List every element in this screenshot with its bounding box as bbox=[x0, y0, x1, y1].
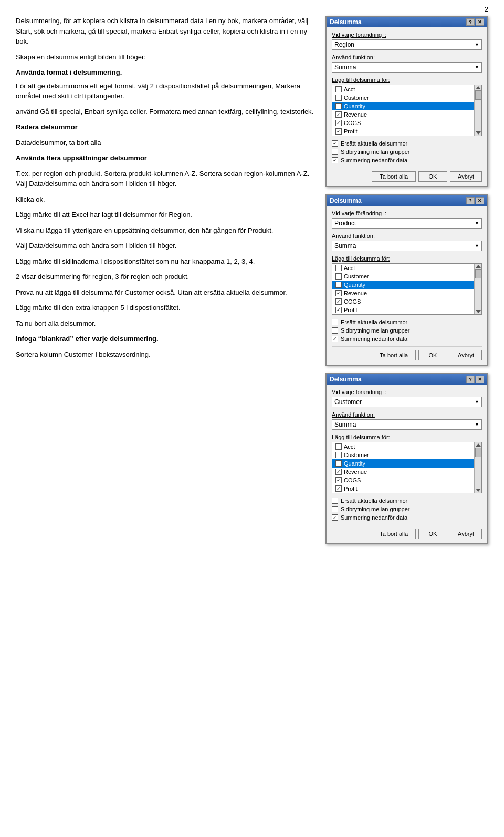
dialog3-buttons: Ta bort alla OK Avbryt bbox=[332, 525, 482, 539]
list-item[interactable]: Profit bbox=[332, 127, 474, 136]
dialog2-title: Delsumma bbox=[330, 197, 362, 204]
dialog2-body: Vid varje förändring i: Product ▼ Använd… bbox=[327, 206, 487, 365]
para9: Välj Data/delsumma och ändra som i bilde… bbox=[16, 241, 315, 251]
dialog2-listbox: Acct Customer Quantity bbox=[332, 263, 482, 315]
heading5: Infoga “blankrad” efter varje delsummeri… bbox=[16, 334, 315, 344]
dialog1-option3-checkbox[interactable] bbox=[332, 157, 338, 163]
heading3: Radera delsummor bbox=[16, 122, 315, 132]
checkbox-quantity2[interactable] bbox=[335, 282, 342, 288]
list-item-quantity-selected3[interactable]: Quantity bbox=[332, 459, 474, 468]
dialog2-option2-checkbox[interactable] bbox=[332, 327, 338, 334]
checkbox-customer3[interactable] bbox=[335, 452, 342, 458]
dialog1-cancel-btn[interactable]: Avbryt bbox=[450, 171, 482, 182]
list-item[interactable]: Revenue bbox=[332, 468, 474, 476]
dialog3-label1: Vid varje förändring i: bbox=[332, 389, 482, 395]
dialog1-titlebar-buttons: ? ✕ bbox=[466, 18, 484, 26]
dialog1-option3-label: Summering nedanför data bbox=[341, 157, 407, 163]
para13: Lägg märke till den extra knappen 5 i di… bbox=[16, 303, 315, 313]
dialog1-label3: Lägg till delsumma för: bbox=[332, 77, 482, 83]
dialog2-help-btn[interactable]: ? bbox=[466, 197, 475, 204]
dialog2-option3-label: Summering nedanför data bbox=[341, 336, 407, 342]
checkbox-revenue2[interactable] bbox=[335, 290, 342, 296]
dialog3-dropdown1[interactable]: Customer ▼ bbox=[332, 397, 482, 407]
dialog3-close-btn[interactable]: ✕ bbox=[476, 376, 484, 383]
checkbox-acct3[interactable] bbox=[335, 443, 342, 450]
dialog3-option2-checkbox[interactable] bbox=[332, 506, 338, 512]
dialog3-option1-checkbox[interactable] bbox=[332, 498, 338, 504]
list-item[interactable]: Customer bbox=[332, 94, 474, 102]
dialog3-remove-btn[interactable]: Ta bort alla bbox=[372, 529, 416, 539]
checkbox-profit3[interactable] bbox=[335, 485, 342, 492]
list-item[interactable]: COGS bbox=[332, 119, 474, 127]
dialog3-cancel-btn[interactable]: Avbryt bbox=[450, 529, 482, 539]
dialog3-help-btn[interactable]: ? bbox=[466, 376, 475, 383]
list-item[interactable]: Customer bbox=[332, 451, 474, 459]
checkbox-revenue[interactable] bbox=[335, 111, 342, 118]
dialog3-label2: Använd funktion: bbox=[332, 411, 482, 418]
dialog1-buttons: Ta bort alla OK Avbryt bbox=[332, 168, 482, 182]
para15: Sortera kolumn Customer i bokstavsordnin… bbox=[16, 349, 315, 360]
dialog2: Delsumma ? ✕ Vid varje förändring i: Pro… bbox=[326, 194, 488, 366]
list-item[interactable]: Profit bbox=[332, 306, 474, 314]
dialog2-close-btn[interactable]: ✕ bbox=[476, 197, 484, 204]
checkbox-quantity3[interactable] bbox=[335, 460, 342, 467]
dialog1-dropdown2[interactable]: Summa ▼ bbox=[332, 62, 482, 73]
dialog2-cancel-btn[interactable]: Avbryt bbox=[450, 350, 482, 360]
dialog1-option1-checkbox[interactable] bbox=[332, 140, 338, 147]
list-item[interactable]: Profit bbox=[332, 484, 474, 493]
list-item[interactable]: COGS bbox=[332, 476, 474, 484]
checkbox-profit2[interactable] bbox=[335, 307, 342, 313]
list-item[interactable]: Acct bbox=[332, 442, 474, 451]
dialog1-option2-label: Sidbrytning mellan grupper bbox=[341, 149, 410, 155]
dialog3-option3-label: Summering nedanför data bbox=[341, 514, 407, 521]
checkbox-cogs2[interactable] bbox=[335, 298, 342, 305]
dialog2-dropdown2[interactable]: Summa ▼ bbox=[332, 241, 482, 251]
dialog2-option3-checkbox[interactable] bbox=[332, 336, 338, 342]
dialog2-ok-btn[interactable]: OK bbox=[418, 350, 447, 360]
dialog1-option2-row: Sidbrytning mellan grupper bbox=[332, 149, 482, 155]
checkbox-acct[interactable] bbox=[335, 86, 342, 92]
list-item-quantity-selected2[interactable]: Quantity bbox=[332, 281, 474, 289]
dialog2-option1-checkbox[interactable] bbox=[332, 319, 338, 325]
heading1: Skapa en delsumma enligt bilden till hög… bbox=[16, 52, 315, 63]
checkbox-profit[interactable] bbox=[335, 128, 342, 135]
list-item[interactable]: Acct bbox=[332, 85, 474, 94]
dialog1-option2-checkbox[interactable] bbox=[332, 149, 338, 155]
list-item[interactable]: Revenue bbox=[332, 110, 474, 119]
checkbox-revenue3[interactable] bbox=[335, 469, 342, 475]
dialog3-option2-row: Sidbrytning mellan grupper bbox=[332, 506, 482, 512]
dialog1-ok-btn[interactable]: OK bbox=[418, 171, 447, 182]
dialog1-help-btn[interactable]: ? bbox=[466, 18, 475, 26]
list-item[interactable]: Revenue bbox=[332, 289, 474, 297]
para1: Delsummering, för att kopiera och klistr… bbox=[16, 16, 315, 47]
checkbox-customer[interactable] bbox=[335, 95, 342, 101]
dialog2-option2-row: Sidbrytning mellan grupper bbox=[332, 327, 482, 334]
dialog2-label1: Vid varje förändring i: bbox=[332, 210, 482, 216]
checkbox-quantity[interactable] bbox=[335, 103, 342, 109]
dialog2-label3: Lägg till delsumma för: bbox=[332, 255, 482, 262]
dialog1-close-btn[interactable]: ✕ bbox=[476, 18, 484, 26]
checkbox-customer2[interactable] bbox=[335, 273, 342, 280]
checkbox-acct2[interactable] bbox=[335, 265, 342, 271]
dialog3-listbox: Acct Customer Quantity bbox=[332, 442, 482, 493]
dialog3-option1-label: Ersätt aktuella delsummor bbox=[341, 498, 407, 504]
list-item-quantity-selected[interactable]: Quantity bbox=[332, 102, 474, 110]
list-item[interactable]: Acct bbox=[332, 264, 474, 272]
dialog1-listbox: Acct Customer Quantity bbox=[332, 85, 482, 136]
para2: För att ge delsummorna ett eget format, … bbox=[16, 81, 315, 101]
dialog1-remove-btn[interactable]: Ta bort alla bbox=[372, 171, 416, 182]
checkbox-cogs[interactable] bbox=[335, 120, 342, 126]
heading4: Använda flera uppsättningar delsummor bbox=[16, 153, 315, 163]
list-item[interactable]: Customer bbox=[332, 272, 474, 281]
dialog1-dropdown1[interactable]: Region ▼ bbox=[332, 39, 482, 50]
checkbox-cogs3[interactable] bbox=[335, 477, 342, 483]
dialog1: Delsumma ? ✕ Vid varje förändring i: Reg… bbox=[326, 16, 488, 187]
para8: Vi ska nu lägga till ytterligare en upps… bbox=[16, 225, 315, 236]
dialog3-ok-btn[interactable]: OK bbox=[418, 529, 447, 539]
dialog2-remove-btn[interactable]: Ta bort alla bbox=[372, 350, 416, 360]
dialog2-dropdown1[interactable]: Product ▼ bbox=[332, 218, 482, 229]
right-column: Delsumma ? ✕ Vid varje förändring i: Reg… bbox=[326, 11, 488, 552]
list-item[interactable]: COGS bbox=[332, 297, 474, 306]
dialog3-option3-checkbox[interactable] bbox=[332, 514, 338, 521]
dialog3-dropdown2[interactable]: Summa ▼ bbox=[332, 419, 482, 430]
